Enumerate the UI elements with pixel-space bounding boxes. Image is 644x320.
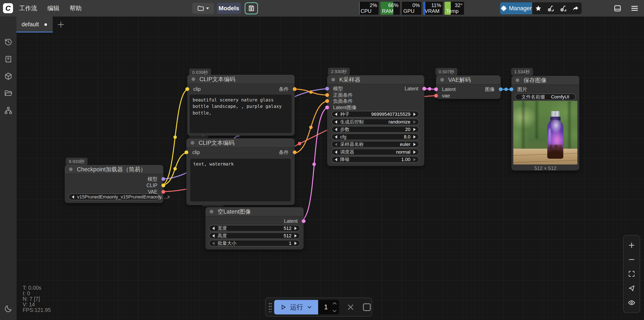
model-library-icon[interactable] bbox=[4, 72, 12, 81]
next-arrow-icon[interactable] bbox=[414, 135, 416, 139]
port-latent-out[interactable] bbox=[302, 219, 306, 223]
next-arrow-icon[interactable] bbox=[414, 120, 416, 124]
next-arrow-icon[interactable] bbox=[414, 150, 416, 154]
batch-count-input[interactable]: 1 bbox=[318, 300, 339, 314]
vacuum-free-memory-icon[interactable] bbox=[560, 5, 567, 12]
denoise-widget[interactable]: 降噪 1.00 bbox=[332, 156, 419, 163]
next-arrow-icon[interactable] bbox=[168, 195, 170, 199]
next-arrow-icon[interactable] bbox=[414, 128, 416, 131]
node-map-icon[interactable] bbox=[4, 106, 12, 115]
port-conditioning-out[interactable] bbox=[293, 150, 296, 154]
run-options-chevron-icon[interactable] bbox=[307, 304, 312, 310]
collapse-dot[interactable] bbox=[192, 77, 195, 81]
theme-toggle-moon-icon[interactable] bbox=[4, 304, 12, 313]
fit-view-icon[interactable] bbox=[628, 270, 636, 278]
filename-prefix-widget[interactable]: 文件名前缀 ComfyUI bbox=[515, 94, 576, 100]
collapse-dot[interactable] bbox=[191, 141, 194, 145]
height-widget[interactable]: 高度 512 bbox=[209, 232, 300, 239]
workflow-folder-button[interactable] bbox=[192, 3, 214, 14]
zoom-out-icon[interactable] bbox=[628, 256, 636, 263]
prev-arrow-icon[interactable] bbox=[212, 227, 214, 230]
port-clip-out[interactable] bbox=[162, 183, 165, 187]
collapse-dot[interactable] bbox=[332, 78, 335, 81]
node-checkpoint-loader[interactable]: Checkpoint加载器（简易） 模型 CLIP VAE v15PrunedE… bbox=[65, 165, 163, 203]
next-arrow-icon[interactable] bbox=[294, 234, 297, 237]
port-vae-out[interactable] bbox=[162, 190, 165, 194]
models-button[interactable]: Models bbox=[217, 3, 241, 14]
star-icon[interactable] bbox=[535, 5, 542, 12]
next-arrow-icon[interactable] bbox=[294, 227, 297, 230]
stop-icon[interactable] bbox=[363, 303, 371, 311]
pan-navigate-icon[interactable] bbox=[628, 284, 636, 292]
temp-stat: 32° Temp bbox=[444, 2, 464, 15]
seed-widget[interactable]: 种子 969995407315529 bbox=[332, 111, 419, 118]
scheduler-widget[interactable]: 调度器 normal bbox=[332, 149, 419, 155]
drag-handle[interactable] bbox=[268, 302, 272, 312]
next-arrow-icon[interactable] bbox=[414, 113, 416, 116]
decrement-icon[interactable] bbox=[332, 309, 337, 313]
comfyui-logo[interactable]: C bbox=[3, 3, 13, 13]
port-positive-in[interactable] bbox=[325, 93, 329, 97]
bottom-panel-toggle-icon[interactable] bbox=[613, 4, 622, 13]
manager-button[interactable]: Manager bbox=[500, 2, 532, 14]
collapse-dot[interactable] bbox=[210, 210, 213, 213]
batch-size-widget[interactable]: 批量大小 1 bbox=[209, 240, 300, 246]
collapse-dot[interactable] bbox=[516, 78, 519, 82]
toggle-link-visibility-eye-icon[interactable] bbox=[628, 299, 636, 306]
next-arrow-icon[interactable] bbox=[294, 242, 297, 245]
control-after-generate-widget[interactable]: 生成后控制 randomize bbox=[332, 119, 419, 125]
menu-help[interactable]: 帮助 bbox=[70, 4, 82, 13]
node-save-image[interactable]: 保存图像 图片 文件名前缀 ComfyUI 512 × 512 bbox=[512, 76, 579, 170]
node-clip-encode-positive[interactable]: CLIP文本编码 clip 条件 beautiful scenery natur… bbox=[187, 75, 295, 136]
node-vae-decode[interactable]: VAE解码 Latent 图像 vae bbox=[436, 75, 501, 99]
next-arrow-icon[interactable] bbox=[414, 143, 416, 146]
workflow-tab-default[interactable]: default bbox=[16, 17, 53, 33]
hamburger-menu-icon[interactable] bbox=[630, 4, 639, 13]
vacuum-unload-icon[interactable] bbox=[547, 5, 554, 12]
port-latent-in[interactable] bbox=[325, 106, 329, 109]
width-widget[interactable]: 宽度 512 bbox=[209, 225, 300, 232]
prompt-textarea[interactable]: beautiful scenery nature glass bottle la… bbox=[190, 95, 292, 133]
menu-edit[interactable]: 编辑 bbox=[48, 4, 59, 13]
share-icon[interactable] bbox=[572, 5, 579, 12]
prev-arrow-icon[interactable] bbox=[335, 158, 337, 161]
port-conditioning-out[interactable] bbox=[293, 87, 296, 91]
queue-history-icon[interactable] bbox=[4, 38, 12, 46]
prev-arrow-icon[interactable] bbox=[335, 143, 337, 146]
collapse-dot[interactable] bbox=[69, 167, 72, 171]
save-workflow-button[interactable] bbox=[245, 2, 258, 14]
node-empty-latent[interactable]: 空Latent图像 Latent 宽度 512 高度 512 批量大小 1 bbox=[206, 207, 304, 249]
port-negative-in[interactable] bbox=[325, 99, 329, 103]
node-clip-encode-negative[interactable]: CLIP文本编码 clip 条件 text, watermark bbox=[186, 138, 295, 205]
port-image-out[interactable] bbox=[499, 87, 503, 91]
steps-widget[interactable]: 步数 20 bbox=[332, 126, 419, 133]
prev-arrow-icon[interactable] bbox=[335, 120, 337, 124]
node-ksampler[interactable]: K采样器 模型 Latent 正面条件 负面条件 Latent图像 种子 969… bbox=[327, 75, 424, 166]
sampler-name-widget[interactable]: 采样器名称 euler bbox=[332, 141, 419, 148]
prev-arrow-icon[interactable] bbox=[335, 113, 337, 116]
output-image-preview[interactable] bbox=[513, 101, 578, 164]
port-latent-out[interactable] bbox=[422, 87, 426, 91]
next-arrow-icon[interactable] bbox=[414, 158, 416, 161]
cancel-run-icon[interactable] bbox=[347, 303, 354, 311]
increment-icon[interactable] bbox=[332, 302, 337, 305]
port-vae-in[interactable] bbox=[434, 94, 438, 98]
workflows-folder-icon[interactable] bbox=[4, 89, 12, 98]
ckpt-name-combo[interactable]: v15PrunedEmaonly_v15PrunedEmaonly. ... bbox=[68, 194, 160, 200]
port-image-in[interactable] bbox=[510, 87, 513, 91]
menu-workflow[interactable]: 工作流 bbox=[19, 4, 37, 13]
run-button[interactable]: 运行 bbox=[274, 300, 318, 314]
prev-arrow-icon[interactable] bbox=[212, 242, 214, 245]
new-workflow-tab-button[interactable] bbox=[57, 21, 65, 29]
prev-arrow-icon[interactable] bbox=[335, 150, 337, 154]
zoom-in-icon[interactable] bbox=[628, 241, 636, 249]
node-library-icon[interactable] bbox=[4, 55, 12, 64]
prev-arrow-icon[interactable] bbox=[72, 195, 74, 199]
collapse-dot[interactable] bbox=[440, 78, 444, 82]
prompt-textarea[interactable]: text, watermark bbox=[190, 159, 291, 201]
cfg-widget[interactable]: cfg 8.0 bbox=[332, 134, 419, 140]
port-model-out[interactable] bbox=[162, 177, 165, 181]
prev-arrow-icon[interactable] bbox=[335, 128, 337, 131]
prev-arrow-icon[interactable] bbox=[212, 234, 214, 237]
prev-arrow-icon[interactable] bbox=[335, 135, 337, 139]
